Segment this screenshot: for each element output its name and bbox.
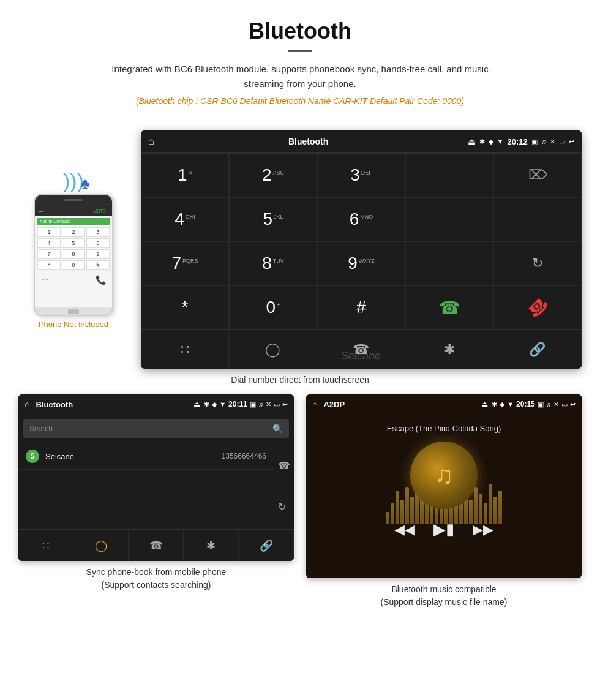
pb-search-placeholder: Search [29,424,272,433]
phone-key-2: 2 [62,227,85,237]
pb-btn-link[interactable]: 🔗 [239,530,294,561]
dial-key-1[interactable]: 1∞ [141,153,229,197]
phone-key-5: 5 [62,238,85,248]
bt-icon: ✱ [444,342,455,358]
dial-key-4[interactable]: 4GHI [141,197,229,241]
music-vol-icon: ♬ [546,401,551,408]
pb-btn-phone[interactable]: ☎ [129,530,184,561]
specs-line: (Bluetooth chip : CSR BC6 Default Blueto… [12,96,588,106]
dial-bottom-grid-btn[interactable]: ∷ [141,330,229,369]
eq-bar-18 [469,500,473,524]
pb-btn-bt[interactable]: ✱ [184,530,239,561]
car-status-icons: ✱ ◆ ▼ 20:12 ▣ ♬ ✕ ▭ ↩ [479,137,574,146]
eq-bar-5 [405,487,409,524]
music-content: Escape (The Pina Colada Song) ♫ [306,414,582,561]
pb-content-area: S Seicane 13566664466 ☎ ↻ [18,443,294,529]
pb-home-icon[interactable]: ⌂ [24,399,29,409]
pb-refresh-icon[interactable]: ↻ [278,501,290,513]
phone-key-1: 1 [37,227,61,237]
car-home-icon[interactable]: ⌂ [148,136,154,147]
dial-key-empty-4 [405,241,493,285]
dial-delete-btn[interactable]: ⌦ [493,153,582,197]
dial-key-8[interactable]: 8TUV [229,241,317,285]
dial-key-3[interactable]: 3DEF [317,153,405,197]
eq-bar-23 [493,497,497,524]
pb-search-bar[interactable]: Search 🔍 [23,419,289,438]
dial-key-empty-1 [405,153,493,197]
page-title: Bluetooth [12,18,588,44]
pb-contact-name: Seicane [45,452,222,461]
dial-key-star[interactable]: * [141,285,229,329]
phonebook-wrap: ⌂ Bluetooth ⏏ ✱ ◆ ▼ 20:11 ▣ ♬ ✕ ▭ ↩ Sear… [18,394,294,609]
phone-key-9: 9 [86,249,110,259]
dial-key-hash[interactable]: # [317,285,405,329]
eq-bar-20 [479,494,482,524]
music-album-art: ♫ [410,442,478,509]
car-vol-icon: ♬ [541,138,546,145]
music-song-title: Escape (The Pina Colada Song) [387,424,501,433]
music-back-icon[interactable]: ↩ [570,401,576,408]
pb-btn-grid[interactable]: ∷ [18,530,73,561]
dial-bottom-phone-btn[interactable]: ☎ Seicane [317,330,405,369]
car-location-icon: ◆ [489,138,493,146]
pb-btn-person[interactable]: ◯ [73,530,129,561]
page-description: Integrated with BC6 Bluetooth module, su… [110,62,490,91]
music-caption: Bluetooth music compatible(Support displ… [306,583,582,609]
music-home-icon[interactable]: ⌂ [312,399,317,409]
music-sig-icon: ▼ [507,401,514,408]
eq-bar-19 [474,487,478,524]
pb-x-icon[interactable]: ✕ [266,401,271,408]
music-status-icons: ✱ ◆ ▼ 20:15 ▣ ♬ ✕ ▭ ↩ [492,400,576,408]
car-time: 20:12 [508,137,528,146]
phone-key-star: * [37,260,61,270]
phone-home-btn [68,309,79,314]
pb-call-icon[interactable]: ☎ [278,460,290,472]
phone-screen: Add to Contacts 1 2 3 4 5 6 7 8 9 * 0 # … [35,216,112,307]
car-usb-icon: ⏏ [468,137,476,146]
music-x-icon[interactable]: ✕ [553,401,559,408]
eq-bar-1 [386,512,389,524]
pb-contact-row[interactable]: S Seicane 13566664466 [18,443,274,470]
dial-key-empty-3 [493,197,582,241]
car-bt-icon: ✱ [479,138,485,146]
pb-contact-number: 13566664466 [222,452,266,461]
phone-container: ))) ♣ ••• MOTO Add to Contacts 1 2 3 4 5… [18,170,129,329]
dial-key-9[interactable]: 9WXYZ [317,241,405,285]
refresh-icon: ↻ [532,255,543,271]
person-icon: ◯ [265,342,280,358]
dial-bottom-person-btn[interactable]: ◯ [229,330,317,369]
eq-bar-21 [484,503,487,524]
pb-title: Bluetooth [36,400,190,409]
car-close-icon[interactable]: ✕ [550,138,555,146]
music-win-icon: ▭ [561,401,568,408]
phone-not-included-label: Phone Not Included [39,320,108,329]
car-back-icon[interactable]: ↩ [569,138,574,146]
phone-speaker [64,199,83,201]
music-status-bar: ⌂ A2DP ⏏ ✱ ◆ ▼ 20:15 ▣ ♬ ✕ ▭ ↩ [306,394,582,414]
music-loc-icon: ◆ [500,401,504,408]
pb-win-icon: ▭ [274,401,280,408]
dial-key-0[interactable]: 0+ [229,285,317,329]
dial-bottom-bt-btn[interactable]: ✱ [405,330,493,369]
phone-key-6: 6 [86,238,110,248]
dial-bottom-link-btn[interactable]: 🔗 [493,330,582,369]
dial-refresh-btn[interactable]: ↻ [493,241,582,285]
eq-bar-3 [396,491,399,524]
eq-bar-6 [410,497,414,524]
pb-bt-icon: ✱ [204,401,209,408]
pb-back-icon[interactable]: ↩ [282,401,288,408]
pb-right-icons: ☎ ↻ [274,443,294,529]
moto-label: MOTO [91,208,108,214]
music-title: A2DP [323,400,478,409]
phone-dial-grid: 1 2 3 4 5 6 7 8 9 * 0 # [37,227,110,270]
phone-key-3: 3 [86,227,110,237]
dial-call-red-btn[interactable]: ☎ [493,285,582,329]
eq-bar-22 [489,484,492,524]
dial-key-7[interactable]: 7PQRS [141,241,229,285]
dial-key-6[interactable]: 6MNO [317,197,405,241]
phone-key-8: 8 [62,249,85,259]
dial-key-2[interactable]: 2ABC [229,153,317,197]
wifi-area: ))) ♣ [63,170,84,191]
dial-key-5[interactable]: 5JKL [229,197,317,241]
dial-call-green-btn[interactable]: ☎ [405,285,493,329]
